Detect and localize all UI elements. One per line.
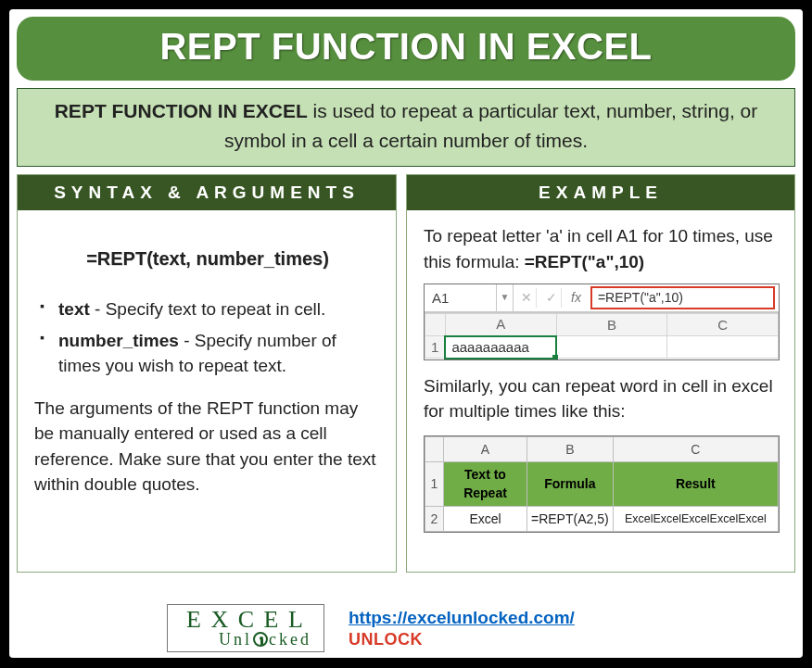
syntax-heading: SYNTAX & ARGUMENTS (18, 175, 396, 210)
example-intro-formula: =REPT("a",10) (525, 252, 644, 271)
intro-bold: REPT FUNCTION IN EXCEL (55, 100, 308, 121)
confirm-icon: ✓ (542, 288, 562, 307)
footer: E X C E L Unlcked https://excelunlocked.… (167, 604, 793, 652)
row-header: 1 (425, 461, 444, 506)
example-heading: EXAMPLE (407, 175, 794, 210)
formula-value: =REPT("a",10) (590, 286, 775, 309)
footer-tag: UNLOCK (349, 630, 575, 649)
table-header-cell: Text to Repeat (444, 461, 527, 506)
table-header-cell: Result (613, 461, 778, 506)
table-cell: Excel (444, 506, 527, 531)
col-header: B (527, 436, 614, 461)
syntax-card: SYNTAX & ARGUMENTS =REPT(text, number_ti… (17, 174, 397, 573)
cancel-icon: ✕ (517, 288, 537, 307)
col-header: A (445, 314, 556, 336)
footer-text: https://excelunlocked.com/ UNLOCK (349, 608, 575, 649)
site-link[interactable]: https://excelunlocked.com/ (349, 608, 575, 628)
arg-desc: - Specify text to repeat in cell. (90, 299, 326, 319)
mini-grid: A B C 1 aaaaaaaaaa (425, 312, 779, 359)
table-cell: =REPT(A2,5) (527, 506, 614, 531)
argument-list: text - Specify text to repeat in cell. n… (40, 296, 381, 379)
excel-unlocked-logo: E X C E L Unlcked (167, 604, 324, 652)
arg-name: number_times (58, 331, 179, 350)
col-header: A (444, 436, 527, 461)
excel-screenshot-1: A1 ▼ ✕ ✓ fx =REPT("a",10) (424, 284, 780, 360)
infographic-card: REPT FUNCTION IN EXCEL REPT FUNCTION IN … (9, 9, 803, 658)
name-box: A1 (425, 284, 497, 311)
col-header: B (556, 314, 667, 336)
selected-cell: aaaaaaaaaa (445, 336, 556, 359)
row-header: 1 (425, 336, 446, 359)
example-intro: To repeat letter 'a' in cell A1 for 10 t… (424, 223, 780, 274)
logo-bottom: Unlcked (219, 632, 314, 648)
row-header: 2 (425, 506, 444, 531)
table-cell: ExcelExcelExcelExcelExcel (613, 506, 778, 531)
logo-top: E X C E L (186, 609, 305, 632)
corner-cell (425, 436, 444, 461)
arg-text: text - Specify text to repeat in cell. (40, 296, 381, 322)
columns: SYNTAX & ARGUMENTS =REPT(text, number_ti… (17, 174, 795, 573)
empty-cell (556, 336, 667, 359)
example-body: To repeat letter 'a' in cell A1 for 10 t… (407, 210, 794, 546)
page-title: REPT FUNCTION IN EXCEL (24, 26, 788, 68)
title-banner: REPT FUNCTION IN EXCEL (17, 17, 795, 81)
keyhole-icon (253, 632, 268, 647)
fx-icon: fx (567, 288, 585, 307)
syntax-formula: =REPT(text, number_times) (34, 246, 381, 272)
col-header: C (613, 436, 778, 461)
formula-bar: A1 ▼ ✕ ✓ fx =REPT("a",10) (425, 284, 779, 312)
arg-name: text (58, 299, 90, 319)
example-card: EXAMPLE To repeat letter 'a' in cell A1 … (406, 174, 795, 573)
empty-cell (667, 336, 779, 359)
table-header-cell: Formula (527, 461, 614, 506)
intro-box: REPT FUNCTION IN EXCEL is used to repeat… (17, 88, 795, 167)
formula-bar-buttons: ✕ ✓ fx (514, 284, 589, 311)
namebox-dropdown-icon: ▼ (497, 284, 514, 311)
arg-number-times: number_times - Specify number of times y… (40, 328, 381, 379)
col-header: C (667, 314, 779, 336)
syntax-body: =REPT(text, number_times) text - Specify… (18, 210, 396, 510)
syntax-note: The arguments of the REPT function may b… (34, 396, 381, 498)
example-middle-text: Similarly, you can repeat word in cell i… (424, 373, 780, 424)
excel-screenshot-2: A B C 1 Text to Repeat Formula Result 2 (424, 435, 780, 533)
corner-cell (425, 314, 446, 336)
